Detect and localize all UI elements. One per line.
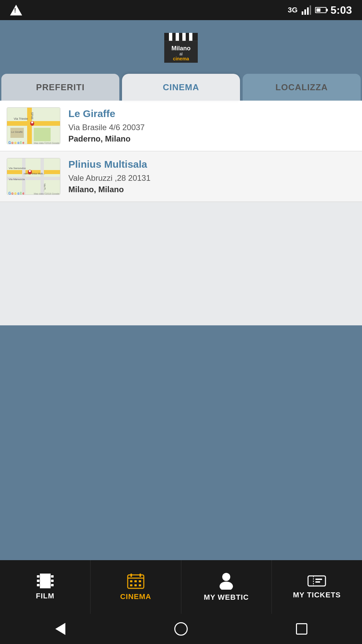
svg-rect-0 [302, 11, 303, 15]
svg-rect-1 [304, 9, 306, 15]
cinema-address: Vale Abruzzi ,28 20131 [68, 173, 355, 183]
svg-text:G: G [8, 192, 11, 195]
map-thumbnail-plinius: Via Sansovino Via Manuccia Via Pl... nem… [7, 158, 60, 195]
nav-item-cinema[interactable]: CINEMA [90, 560, 181, 614]
list-item[interactable]: Via Sansovino Via Manuccia Via Pl... nem… [0, 151, 362, 202]
svg-rect-11 [186, 33, 189, 41]
svg-rect-5 [164, 33, 169, 41]
bottom-nav: FILM CINEMA MY WEBTIC [0, 560, 362, 614]
tab-localizza[interactable]: LOCALIZZA [243, 74, 361, 101]
milano-al-cinema-logo: Milano al cinema [161, 30, 201, 67]
svg-rect-36 [7, 158, 60, 195]
svg-rect-65 [139, 574, 141, 577]
system-nav-bar [0, 614, 362, 644]
home-icon [174, 622, 188, 636]
app-logo: Milano al cinema [161, 30, 201, 67]
svg-rect-7 [172, 33, 176, 41]
svg-rect-68 [134, 580, 137, 582]
svg-rect-13 [192, 33, 198, 41]
svg-text:Le Giraffe: Le Giraffe [11, 130, 23, 133]
svg-point-46 [29, 170, 31, 172]
recents-button[interactable] [293, 621, 310, 637]
person-icon [218, 572, 234, 590]
cinema-city: Paderno, Milano [68, 134, 355, 144]
calendar-icon [127, 573, 144, 589]
svg-text:o: o [11, 141, 13, 144]
svg-rect-64 [130, 574, 132, 577]
svg-rect-58 [37, 580, 40, 582]
svg-rect-69 [139, 580, 141, 582]
home-button[interactable] [173, 621, 189, 637]
status-bar-right: 3G 5:03 [288, 4, 352, 16]
svg-rect-78 [315, 581, 320, 583]
nav-label-cinema: CINEMA [120, 592, 151, 601]
svg-rect-72 [139, 584, 141, 586]
svg-rect-75 [308, 576, 325, 586]
back-icon [55, 623, 65, 635]
app-header: Milano al cinema [0, 20, 362, 70]
signal-icon [302, 5, 311, 15]
cinema-name: Plinius Multisala [68, 159, 355, 170]
cinema-city: Milano, Milano [68, 185, 355, 194]
svg-text:l: l [20, 141, 21, 144]
svg-rect-8 [176, 33, 179, 41]
network-type-label: 3G [288, 6, 298, 14]
svg-text:o: o [11, 192, 13, 195]
svg-text:g: g [17, 192, 19, 195]
svg-point-73 [222, 573, 230, 581]
warning-icon [10, 5, 22, 15]
cinema-name: Le Giraffe [68, 108, 355, 119]
svg-text:l: l [20, 192, 21, 195]
svg-text:Map data ©2016 Google: Map data ©2016 Google [34, 193, 59, 195]
svg-text:g: g [17, 141, 19, 144]
svg-text:Via Sansovino: Via Sansovino [9, 167, 26, 170]
map-thumbnail-le-giraffe: Via Trieste SP46 Le Giraffe G o o g l [7, 107, 60, 144]
svg-rect-2 [307, 7, 309, 15]
svg-rect-39 [22, 158, 25, 195]
svg-rect-71 [134, 584, 137, 586]
svg-rect-66 [128, 578, 144, 579]
tab-bar: PREFERITI CINEMA LOCALIZZA [0, 74, 362, 101]
svg-rect-9 [179, 33, 182, 41]
svg-rect-59 [37, 584, 40, 586]
svg-text:Map data ©2016 Google: Map data ©2016 Google [34, 142, 59, 144]
cinema-info-le-giraffe: Le Giraffe Via Brasile 4/6 20037 Paderno… [68, 108, 355, 144]
film-strip-icon [37, 574, 54, 588]
nav-label-mywebtic: MY WEBTIC [204, 593, 249, 602]
nav-label-mytickets: MY TICKETS [293, 591, 341, 599]
svg-rect-24 [34, 128, 51, 141]
svg-text:Via Pl...: Via Pl... [44, 183, 46, 192]
svg-rect-61 [51, 580, 54, 582]
svg-rect-10 [182, 33, 186, 41]
ticket-icon [307, 575, 326, 587]
recents-icon [296, 623, 307, 635]
svg-text:o: o [14, 141, 16, 144]
content-area: Via Trieste SP46 Le Giraffe G o o g l [0, 101, 362, 325]
svg-text:Via Manuccia: Via Manuccia [9, 178, 25, 181]
nav-item-film[interactable]: FILM [0, 560, 90, 614]
svg-text:nema Plinius Multi...: nema Plinius Multi... [24, 172, 45, 175]
nav-item-mytickets[interactable]: MY TICKETS [272, 560, 362, 614]
svg-text:e: e [22, 141, 24, 144]
status-bar: 3G 5:03 [0, 0, 362, 20]
svg-point-74 [220, 582, 233, 590]
back-button[interactable] [52, 621, 69, 637]
tab-preferiti[interactable]: PREFERITI [1, 74, 119, 101]
svg-rect-40 [41, 158, 44, 195]
svg-text:Via Trieste: Via Trieste [14, 117, 28, 120]
svg-text:G: G [8, 141, 11, 144]
svg-rect-57 [37, 575, 40, 578]
svg-rect-70 [130, 584, 132, 586]
svg-rect-3 [310, 5, 311, 15]
list-item[interactable]: Via Trieste SP46 Le Giraffe G o o g l [0, 101, 362, 151]
tab-cinema[interactable]: CINEMA [122, 74, 240, 101]
svg-rect-77 [315, 579, 322, 580]
nav-item-mywebtic[interactable]: MY WEBTIC [181, 560, 272, 614]
status-bar-left [10, 5, 22, 15]
clock-display: 5:03 [330, 4, 352, 16]
cinema-address: Via Brasile 4/6 20037 [68, 123, 355, 132]
svg-text:cinema: cinema [173, 56, 189, 61]
cinema-list: Via Trieste SP46 Le Giraffe G o o g l [0, 101, 362, 202]
svg-text:al: al [179, 52, 182, 56]
svg-rect-6 [169, 33, 172, 41]
